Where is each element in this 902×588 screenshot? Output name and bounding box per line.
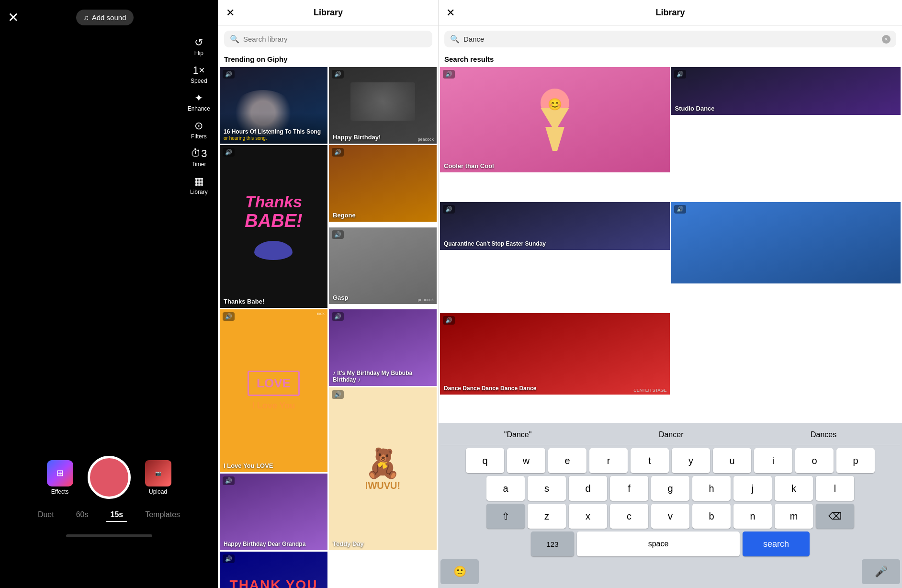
trending-label: Trending on Giphy [218, 52, 438, 67]
tool-filters[interactable]: ⊙ Filters [188, 117, 210, 143]
key-search[interactable]: search [743, 531, 810, 556]
list-item[interactable]: 🔊 16 Hours Of Listening To This Song or … [220, 67, 327, 144]
key-i[interactable]: i [754, 448, 792, 473]
timer-icon: ⏱3 [191, 147, 207, 160]
key-q[interactable]: q [466, 448, 504, 473]
close-button[interactable]: ✕ [8, 10, 19, 25]
tool-library[interactable]: ▦ Library [187, 172, 211, 198]
key-e[interactable]: e [548, 448, 586, 473]
key-m[interactable]: m [775, 504, 813, 529]
emoji-button[interactable]: 🙂 [440, 559, 479, 584]
list-item[interactable]: 🔊 ♪ It's My Birthday My Bububa Birthday … [329, 309, 437, 386]
key-r[interactable]: r [589, 448, 628, 473]
keyboard-area: "Dance" Dancer Dances q w e r t y u i o … [439, 423, 902, 588]
key-h[interactable]: h [692, 476, 731, 501]
list-item[interactable]: 🧸 IWUVU! 🔊 Teddy Day [329, 387, 437, 550]
suggestion-dance-quoted[interactable]: "Dance" [498, 429, 538, 441]
tool-flip[interactable]: ↺ Flip [192, 34, 206, 59]
key-space[interactable]: space [577, 531, 740, 556]
tool-timer[interactable]: ⏱3 Timer [188, 145, 210, 170]
tab-duet[interactable]: Duet [34, 509, 58, 522]
key-n[interactable]: n [733, 504, 772, 529]
keyboard-row-2: a s d f g h j k l [440, 476, 900, 501]
tool-speed[interactable]: 1× Speed [188, 61, 210, 87]
suggestion-dancer[interactable]: Dancer [653, 429, 689, 441]
right-library-panel: ✕ Library 🔍 × Search results 😊 [438, 0, 902, 588]
right-search-bar[interactable]: 🔍 × [444, 31, 896, 47]
key-c[interactable]: c [610, 504, 648, 529]
gif-label: Begone [333, 212, 356, 219]
microphone-button[interactable]: 🎤 [862, 559, 900, 584]
right-search-input[interactable] [463, 35, 878, 43]
clear-search-button[interactable]: × [882, 35, 891, 44]
sound-icon: 🔊 [223, 476, 235, 485]
list-item[interactable]: 😊 🔊 Cooler than Cool [440, 67, 670, 172]
list-item[interactable]: 🔊 Studio Dance [671, 67, 901, 115]
key-y[interactable]: y [672, 448, 710, 473]
sound-icon: 🔊 [223, 148, 235, 157]
list-item[interactable]: 🔊 Dance Dance Dance Dance Dance CENTER S… [440, 313, 670, 395]
gif-source: nick [317, 311, 325, 316]
key-z[interactable]: z [528, 504, 566, 529]
key-s[interactable]: s [528, 476, 566, 501]
upload-button[interactable]: 📷 Upload [145, 460, 171, 495]
tab-templates[interactable]: Templates [141, 509, 184, 522]
key-w[interactable]: w [507, 448, 545, 473]
record-button[interactable] [88, 456, 131, 499]
tool-enhance[interactable]: ✦ Enhance [185, 89, 213, 115]
key-j[interactable]: j [733, 476, 772, 501]
key-u[interactable]: u [713, 448, 751, 473]
key-d[interactable]: d [569, 476, 607, 501]
gif-label: Studio Dance [675, 105, 715, 112]
key-v[interactable]: v [651, 504, 689, 529]
add-sound-button[interactable]: ♫ Add sound [76, 10, 134, 25]
gif-label: Teddy Day [333, 540, 364, 547]
key-t[interactable]: t [631, 448, 669, 473]
tab-15s[interactable]: 15s [106, 509, 127, 522]
sound-icon: 🔊 [223, 312, 235, 321]
list-item[interactable]: 🔊 Begone [329, 145, 437, 222]
list-item[interactable]: THANK YOU 🔊 [220, 552, 327, 588]
key-l[interactable]: l [816, 476, 854, 501]
list-item[interactable]: 🔊 Happy Birthday! peacock [329, 67, 437, 144]
effects-button[interactable]: ⊞ Effects [47, 460, 73, 495]
key-g[interactable]: g [651, 476, 689, 501]
middle-search-input[interactable] [243, 35, 427, 43]
key-x[interactable]: x [569, 504, 607, 529]
upload-label: Upload [149, 488, 167, 495]
suggestion-dances[interactable]: Dances [805, 429, 842, 441]
gif-label: Happy Birthday! [333, 134, 381, 141]
sound-icon: 🔊 [332, 390, 344, 399]
keyboard-row-1: q w e r t y u i o p [440, 448, 900, 473]
key-123[interactable]: 123 [531, 531, 574, 556]
music-icon: ♫ [84, 13, 89, 22]
gif-label: Dance Dance Dance Dance Dance [444, 385, 666, 392]
sound-icon: 🔊 [674, 70, 686, 79]
right-close-button[interactable]: ✕ [446, 7, 455, 19]
list-item[interactable]: 🔊 Gasp peacock [329, 227, 437, 304]
key-k[interactable]: k [775, 476, 813, 501]
right-search-icon: 🔍 [450, 34, 460, 44]
list-item[interactable]: Thanks BABE! 🔊 Thanks Babe! [220, 145, 327, 308]
key-f[interactable]: f [610, 476, 648, 501]
key-o[interactable]: o [795, 448, 834, 473]
list-item[interactable]: 🔊 Happy Birthday Dear Grandpa [220, 474, 327, 550]
list-item[interactable]: LOVE I Love You 🔊 I Love You LOVE nick [220, 309, 327, 472]
gif-sublabel: or hearing this song. [224, 136, 324, 141]
key-b[interactable]: b [692, 504, 731, 529]
key-p[interactable]: p [836, 448, 875, 473]
enhance-icon: ✦ [194, 92, 203, 104]
middle-close-button[interactable]: ✕ [226, 7, 235, 19]
list-item[interactable]: 🔊 [671, 202, 901, 283]
sound-icon: 🔊 [674, 205, 686, 214]
list-item[interactable]: 🔊 Quarantine Can't Stop Easter Sunday [440, 202, 670, 250]
middle-search-bar[interactable]: 🔍 [224, 31, 432, 47]
right-library-header: ✕ Library [439, 0, 902, 26]
tab-60s[interactable]: 60s [72, 509, 92, 522]
key-delete[interactable]: ⌫ [816, 504, 854, 529]
key-shift[interactable]: ⇧ [486, 504, 525, 529]
effects-label: Effects [51, 488, 68, 495]
key-a[interactable]: a [486, 476, 525, 501]
effects-icon: ⊞ [47, 460, 73, 486]
sound-icon: 🔊 [223, 554, 235, 563]
